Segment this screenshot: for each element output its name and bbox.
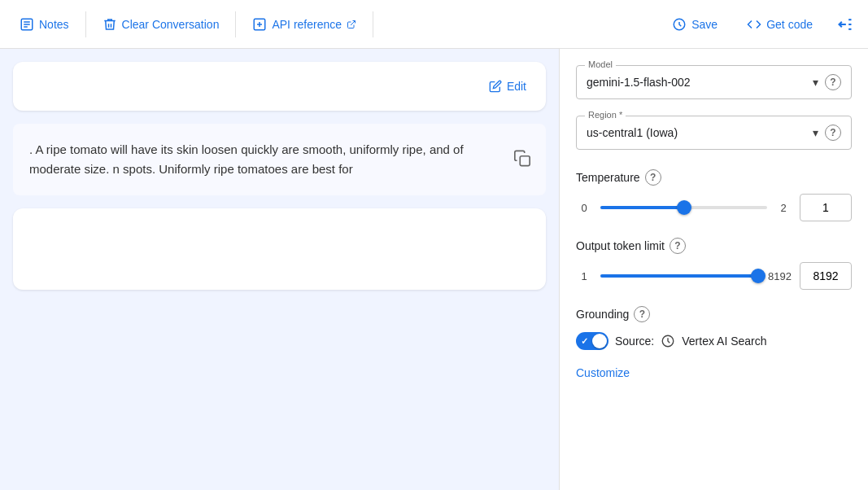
region-label: Region * [585,110,626,120]
save-icon [672,17,687,32]
grounding-section: Grounding ? ✓ Source: Vertex AI Search [576,306,852,350]
grounding-label-row: Grounding ? [576,306,852,322]
edit-button[interactable]: Edit [482,75,533,98]
model-chevron-icon: ▾ [813,76,818,89]
main-layout: Edit . A ripe tomato will have its skin … [0,49,868,490]
token-label-row: Output token limit ? [576,238,852,254]
grounding-toggle[interactable]: ✓ [576,332,608,350]
model-field: Model gemini-1.5-flash-002 ▾ ? [576,65,852,99]
edit-label: Edit [507,80,526,93]
notes-button[interactable]: Notes [7,11,82,38]
save-button[interactable]: Save [659,11,731,38]
collapse-button[interactable] [829,10,861,39]
empty-card [13,208,546,290]
vertex-icon [661,334,675,348]
customize-button[interactable]: Customize [576,363,630,383]
api-reference-button[interactable]: API reference [239,11,369,38]
temperature-min: 0 [576,202,592,214]
divider-2 [235,11,236,37]
api-icon [252,17,267,32]
divider-1 [85,11,86,37]
token-slider-row: 1 8192 [576,262,852,290]
svg-rect-11 [520,156,530,166]
token-max: 8192 [768,270,792,282]
temperature-track[interactable] [600,206,767,209]
token-fill [600,274,758,278]
pencil-icon [489,80,502,93]
model-help-icon[interactable]: ? [825,74,841,90]
temperature-label: Temperature [576,171,640,184]
notes-label: Notes [39,18,69,31]
grounding-help-icon[interactable]: ? [634,306,650,322]
get-code-button[interactable]: Get code [734,11,826,38]
svg-line-5 [351,20,355,25]
token-help-icon[interactable]: ? [670,238,686,254]
region-help-icon[interactable]: ? [825,125,841,141]
source-label: Source: [615,335,654,348]
code-icon [747,17,761,32]
response-text: . A ripe tomato will have its skin loose… [29,140,530,179]
token-thumb[interactable] [751,269,765,283]
token-limit-label: Output token limit [576,239,665,252]
topbar: Notes Clear Conversation API reference [0,0,868,49]
clear-conversation-button[interactable]: Clear Conversation [89,11,233,38]
external-link-icon [347,20,356,29]
region-field: Region * us-central1 (Iowa) ▾ ? [576,116,852,150]
text-card: . A ripe tomato will have its skin loose… [13,124,546,195]
toggle-check-icon: ✓ [581,336,588,347]
vertex-label: Vertex AI Search [682,335,766,348]
temperature-label-row: Temperature ? [576,169,852,186]
model-select-wrapper[interactable]: Model gemini-1.5-flash-002 ▾ ? [576,65,852,99]
temperature-slider-row: 0 2 [576,194,852,221]
clear-label: Clear Conversation [122,18,220,31]
temperature-fill [600,206,684,209]
token-track[interactable] [600,274,760,278]
grounding-toggle-row: ✓ Source: Vertex AI Search [576,332,852,350]
temperature-thumb[interactable] [677,200,691,215]
customize-label: Customize [576,366,630,379]
region-select[interactable]: us-central1 (Iowa) [587,126,809,139]
region-select-wrapper[interactable]: Region * us-central1 (Iowa) ▾ ? [576,116,852,150]
copy-button[interactable] [508,145,536,175]
toggle-thumb [592,334,607,348]
trash-icon [103,17,117,32]
temperature-section: Temperature ? 0 2 [576,169,852,221]
divider-3 [373,11,373,37]
edit-card: Edit [13,62,546,111]
save-label: Save [691,18,718,31]
notes-icon [20,17,34,32]
token-input[interactable] [800,262,852,290]
grounding-label: Grounding [576,308,629,321]
get-code-label: Get code [766,18,813,31]
sidebar: Model gemini-1.5-flash-002 ▾ ? Region * … [559,49,868,490]
temperature-max: 2 [775,202,792,214]
temperature-help-icon[interactable]: ? [645,169,661,186]
content-area: Edit . A ripe tomato will have its skin … [0,49,559,490]
copy-icon [513,150,531,168]
collapse-icon [837,16,853,33]
temperature-input[interactable] [800,194,852,221]
token-min: 1 [576,270,592,282]
token-limit-section: Output token limit ? 1 8192 [576,238,852,290]
model-select[interactable]: gemini-1.5-flash-002 [587,76,809,89]
region-chevron-icon: ▾ [813,126,818,139]
api-label: API reference [272,18,342,31]
topbar-right: Save Get code [659,10,861,39]
model-label: Model [585,59,616,69]
